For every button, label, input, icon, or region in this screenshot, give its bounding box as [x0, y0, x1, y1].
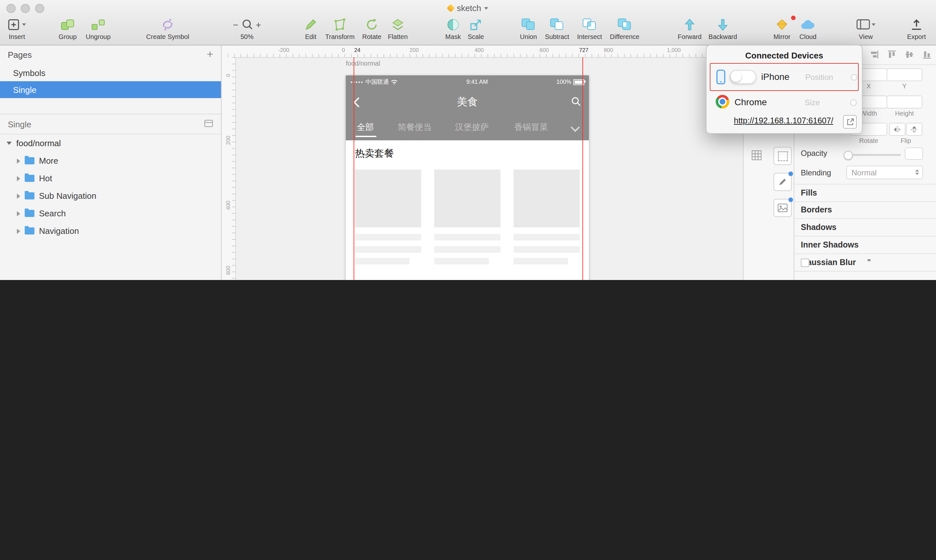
forward-button[interactable]: Forward [674, 15, 706, 40]
flip-horizontal-button[interactable] [889, 123, 905, 136]
gaussian-blur-checkbox[interactable] [801, 258, 809, 267]
layer-item-sub-navigation[interactable]: Sub Navigation [0, 187, 221, 205]
opacity-slider-knob[interactable] [844, 151, 853, 160]
crop-marks-icon [778, 151, 788, 161]
flatten-button[interactable]: Flatten [384, 15, 412, 40]
grid-icon[interactable] [751, 150, 762, 163]
group-button[interactable]: Group [53, 15, 82, 40]
image-tool-button[interactable] [774, 199, 792, 217]
align-right-icon[interactable] [870, 50, 879, 59]
ruler-label: 1,000 [667, 47, 681, 53]
disclosure-triangle-icon[interactable] [17, 193, 20, 198]
ungroup-button[interactable]: Ungroup [83, 15, 114, 40]
create-symbol-button[interactable]: Create Symbol [140, 15, 195, 40]
zoom-in-button[interactable]: + [256, 19, 261, 29]
union-button[interactable]: Union [515, 15, 542, 40]
insert-button[interactable]: Insert [1, 15, 32, 40]
ruler-label: 400 [225, 195, 231, 215]
opacity-input[interactable] [905, 148, 923, 160]
artboard-title[interactable]: food/normal [346, 60, 380, 67]
radio-circle[interactable] [850, 99, 857, 106]
difference-button[interactable]: Difference [606, 15, 643, 40]
placeholder-line [434, 246, 501, 253]
toolbar-label: Union [515, 33, 542, 40]
view-button[interactable]: View [851, 15, 880, 40]
placeholder-line [355, 246, 421, 253]
scale-button[interactable]: Scale [463, 15, 489, 40]
toolbar-label: Rotate [359, 33, 384, 40]
toolbar-label: Cloud [795, 33, 821, 40]
layout-settings-button[interactable] [774, 147, 792, 165]
layer-list-mode-icon[interactable] [204, 119, 213, 129]
window-title[interactable]: sketch [0, 3, 936, 13]
rotate-button[interactable]: Rotate [359, 15, 384, 40]
toolbar: sketch Insert Group Ungroup [0, 0, 936, 46]
mirror-button[interactable]: Mirror [769, 15, 795, 40]
backward-icon [706, 15, 739, 33]
zoom-out-button[interactable]: − [233, 19, 238, 29]
disclosure-triangle-icon[interactable] [17, 228, 20, 234]
radio-circle[interactable] [851, 74, 857, 80]
ruler-label: 200 [225, 131, 231, 150]
opacity-slider-track[interactable] [846, 154, 901, 156]
disclosure-triangle-icon[interactable] [17, 211, 20, 216]
add-page-button[interactable]: + [207, 50, 213, 59]
layer-item-search[interactable]: Search [0, 205, 221, 222]
zoom-controls[interactable]: − + 50% [224, 15, 270, 40]
align-top-icon[interactable] [887, 50, 896, 59]
section-label: Fills [801, 185, 817, 202]
section-gaussian-blur[interactable]: Gaussian Blur [794, 254, 936, 272]
iphone-mirror-toggle[interactable] [730, 70, 756, 84]
flip-field-label: Flip [889, 137, 922, 144]
intersect-button[interactable]: Intersect [573, 15, 606, 40]
canvas[interactable]: -200 0 24 200 400 600 727 800 1,000 0 20… [221, 45, 743, 280]
disclosure-triangle-icon[interactable] [17, 176, 20, 181]
section-borders[interactable]: Borders [794, 202, 936, 219]
layer-item-navigation[interactable]: Navigation [0, 222, 221, 240]
union-icon [515, 15, 542, 33]
transform-button[interactable]: Transform [322, 15, 358, 40]
subtract-button[interactable]: Subtract [543, 15, 571, 40]
chevron-down-icon [571, 123, 580, 132]
mask-button[interactable]: Mask [440, 15, 466, 40]
layer-item-label: Sub Navigation [39, 191, 96, 201]
page-item-single[interactable]: Single [0, 81, 221, 98]
layer-item-more[interactable]: More [0, 152, 221, 169]
section-shadows[interactable]: Shadows [794, 219, 936, 237]
vertical-guide[interactable] [354, 57, 354, 280]
ruler-label: 200 [410, 47, 419, 53]
layer-item-hot[interactable]: Hot [0, 169, 221, 187]
image-icon [777, 203, 788, 212]
signal-dots-icon: ●●●●● [350, 80, 363, 84]
align-middle-vertical-icon[interactable] [905, 50, 914, 59]
flip-vertical-button[interactable] [906, 123, 922, 136]
export-icon [900, 15, 933, 33]
blending-dropdown[interactable]: Normal [846, 166, 923, 179]
external-link-icon [846, 118, 854, 126]
align-bottom-icon[interactable] [922, 50, 931, 59]
page-item-symbols[interactable]: Symbols [0, 64, 221, 81]
vertical-guide[interactable] [582, 57, 583, 280]
intersect-icon [573, 15, 606, 33]
mirror-url-link[interactable]: http://192.168.1.107:61607/ [734, 116, 833, 125]
section-inner-shadows[interactable]: Inner Shadows [794, 237, 936, 254]
rotate-icon [359, 15, 384, 33]
export-button[interactable]: Export [900, 15, 933, 40]
device-row-iphone[interactable]: iPhone Position [710, 63, 859, 91]
artboard[interactable]: ●●●●● 中国联通 9:41 AM 100% 美食 全部 简餐便当 汉堡披萨 [346, 75, 589, 280]
toolbar-label: Group [53, 33, 82, 40]
disclosure-triangle-icon[interactable] [6, 142, 12, 145]
section-fills[interactable]: Fills [794, 184, 936, 202]
disclosure-triangle-icon[interactable] [17, 158, 20, 163]
height-input[interactable] [887, 95, 922, 109]
y-input[interactable] [887, 68, 922, 81]
toolbar-label: Create Symbol [140, 33, 195, 40]
opacity-label: Opacity [801, 149, 827, 158]
edit-button[interactable]: Edit [298, 15, 324, 40]
layer-item-artboard[interactable]: food/normal [0, 134, 221, 152]
open-external-button[interactable] [843, 115, 857, 129]
edit-tool-button[interactable] [774, 173, 792, 191]
cloud-button[interactable]: Cloud [795, 15, 821, 40]
device-row-chrome[interactable]: Chrome Size [710, 92, 859, 113]
backward-button[interactable]: Backward [706, 15, 739, 40]
